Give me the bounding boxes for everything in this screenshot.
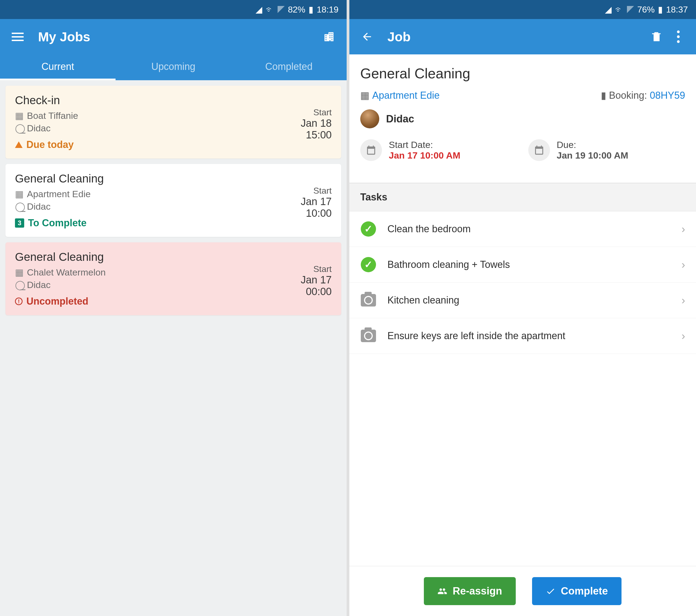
calendar-icon bbox=[528, 139, 550, 161]
button-label: Re-assign bbox=[453, 585, 502, 597]
task-row[interactable]: ✓ Bathroom cleaning + Towels › bbox=[349, 247, 696, 282]
task-name: Bathroom cleaning + Towels bbox=[387, 259, 671, 270]
job-status: Due today bbox=[26, 139, 74, 150]
avatar[interactable] bbox=[360, 109, 379, 128]
booking-label: Booking: bbox=[609, 90, 647, 101]
start-label: Start Date: bbox=[389, 139, 460, 150]
job-list: Check-in ▦Boat Tiffanie ◯̲Didac Due toda… bbox=[0, 80, 347, 616]
job-assignee: Didac bbox=[27, 201, 51, 212]
building-icon: ▦ bbox=[15, 267, 23, 278]
trash-icon[interactable] bbox=[650, 30, 663, 44]
more-icon[interactable] bbox=[671, 30, 685, 44]
check-icon bbox=[545, 586, 555, 596]
tab-upcoming[interactable]: Upcoming bbox=[115, 55, 231, 80]
phone-right: ◢ ᯤ 76% ▮ 18:37 Job General Cleaning ▦Ap… bbox=[349, 0, 696, 616]
start-date: Jan 17 bbox=[301, 196, 332, 207]
battery-percent: 76% bbox=[637, 5, 655, 15]
task-name: Kitchen cleaning bbox=[387, 294, 671, 306]
wifi-icon: ᯤ bbox=[615, 5, 624, 15]
building-icon[interactable] bbox=[322, 30, 336, 44]
task-name: Ensure keys are left inside the apartmen… bbox=[387, 330, 671, 342]
job-card[interactable]: General Cleaning ▦Apartment Edie ◯̲Didac… bbox=[5, 164, 341, 237]
detail-title: General Cleaning bbox=[360, 65, 685, 81]
person-icon: ◯̲ bbox=[15, 279, 23, 290]
camera-icon bbox=[361, 329, 376, 342]
battery-icon: ▮ bbox=[309, 4, 314, 15]
start-time: 10:00 bbox=[301, 207, 332, 219]
job-location: Boat Tiffanie bbox=[27, 110, 78, 121]
battery-saver-icon: ◢ bbox=[605, 4, 612, 15]
due-value: Jan 19 10:00 AM bbox=[557, 150, 628, 161]
start-label: Start bbox=[301, 107, 332, 118]
task-name: Clean the bedroom bbox=[387, 223, 671, 235]
job-title: Check-in bbox=[15, 94, 332, 107]
button-label: Complete bbox=[561, 585, 608, 597]
bottom-bar: Re-assign Complete bbox=[349, 566, 696, 616]
job-assignee: Didac bbox=[27, 123, 51, 134]
chevron-right-icon: › bbox=[682, 223, 685, 235]
job-status: Uncompleted bbox=[26, 296, 88, 307]
task-row[interactable]: Kitchen cleaning › bbox=[349, 282, 696, 318]
booking-link[interactable]: 08HY59 bbox=[650, 90, 685, 101]
chevron-right-icon: › bbox=[682, 294, 685, 307]
reassign-button[interactable]: Re-assign bbox=[424, 577, 516, 605]
job-location: Apartment Edie bbox=[27, 189, 91, 199]
building-icon: ▦ bbox=[15, 188, 23, 199]
start-block: Start Jan 18 15:00 bbox=[301, 107, 332, 141]
bookmark-icon: ▮ bbox=[601, 90, 606, 101]
clock: 18:19 bbox=[317, 5, 338, 15]
menu-icon[interactable] bbox=[11, 30, 25, 44]
battery-saver-icon: ◢ bbox=[256, 4, 262, 15]
chevron-right-icon: › bbox=[682, 259, 685, 271]
start-label: Start bbox=[301, 186, 332, 196]
clock: 18:37 bbox=[666, 5, 688, 15]
apartment-link[interactable]: Apartment Edie bbox=[372, 90, 440, 101]
start-date: Jan 17 bbox=[301, 274, 332, 286]
job-location: Chalet Watermelon bbox=[27, 267, 106, 278]
start-date-block: Start Date: Jan 17 10:00 AM bbox=[360, 139, 517, 161]
tasks-header: Tasks bbox=[349, 183, 696, 211]
tasks-section: Tasks ✓ Clean the bedroom › ✓ Bathroom c… bbox=[349, 183, 696, 354]
building-icon: ▦ bbox=[15, 110, 23, 121]
page-title: Job bbox=[387, 29, 411, 44]
person-icon: ◯̲ bbox=[15, 201, 23, 212]
tabs: Current Upcoming Completed bbox=[0, 55, 347, 80]
camera-icon bbox=[361, 294, 376, 307]
tab-current[interactable]: Current bbox=[0, 55, 115, 80]
check-icon: ✓ bbox=[361, 221, 376, 236]
phone-left: ◢ ᯤ 82% ▮ 18:19 My Jobs Current Upcoming… bbox=[0, 0, 347, 616]
error-icon: ! bbox=[15, 297, 22, 305]
job-status: To Complete bbox=[28, 217, 86, 229]
start-date: Jan 18 bbox=[301, 118, 332, 129]
assignee-name: Didac bbox=[386, 113, 414, 125]
back-icon[interactable] bbox=[360, 30, 374, 44]
job-title: General Cleaning bbox=[15, 250, 332, 263]
job-card[interactable]: General Cleaning ▦Chalet Watermelon ◯̲Di… bbox=[5, 242, 341, 315]
battery-percent: 82% bbox=[288, 5, 305, 15]
people-icon bbox=[438, 586, 447, 596]
start-value: Jan 17 10:00 AM bbox=[389, 150, 460, 161]
task-row[interactable]: Ensure keys are left inside the apartmen… bbox=[349, 318, 696, 354]
job-assignee: Didac bbox=[27, 280, 51, 290]
signal-icon bbox=[627, 6, 634, 13]
app-bar: Job bbox=[349, 19, 696, 55]
signal-icon bbox=[278, 6, 285, 13]
app-bar: My Jobs bbox=[0, 19, 347, 55]
building-icon: ▦ bbox=[360, 90, 369, 101]
task-row[interactable]: ✓ Clean the bedroom › bbox=[349, 211, 696, 247]
calendar-icon bbox=[360, 139, 382, 161]
check-icon: ✓ bbox=[361, 257, 376, 272]
start-time: 00:00 bbox=[301, 286, 332, 297]
tab-completed[interactable]: Completed bbox=[231, 55, 347, 80]
page-title: My Jobs bbox=[38, 29, 90, 44]
person-icon: ◯̲ bbox=[15, 123, 23, 134]
wifi-icon: ᯤ bbox=[266, 5, 274, 15]
complete-button[interactable]: Complete bbox=[532, 577, 621, 605]
job-card[interactable]: Check-in ▦Boat Tiffanie ◯̲Didac Due toda… bbox=[5, 86, 341, 158]
job-detail: General Cleaning ▦Apartment Edie ▮Bookin… bbox=[349, 55, 696, 172]
start-label: Start bbox=[301, 264, 332, 274]
start-block: Start Jan 17 10:00 bbox=[301, 186, 332, 219]
assignee-row: Didac bbox=[360, 109, 685, 128]
due-label: Due: bbox=[557, 139, 628, 150]
status-bar: ◢ ᯤ 82% ▮ 18:19 bbox=[0, 0, 347, 19]
